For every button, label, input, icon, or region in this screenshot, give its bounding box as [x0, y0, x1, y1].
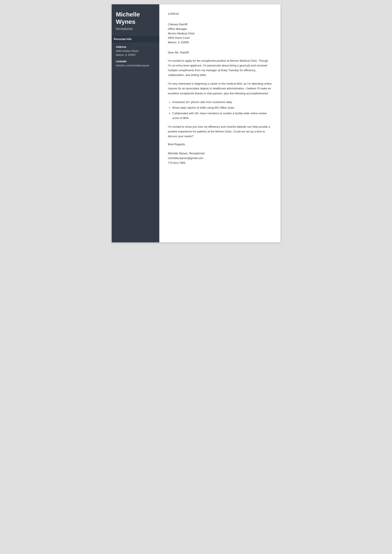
recipient-block: Chelsey Ratcliff Office Manager Morton M…	[168, 22, 272, 45]
main-content: 12/09/19 Chelsey Ratcliff Office Manager…	[159, 4, 280, 242]
applicant-name: Michelle Wynes	[116, 11, 155, 25]
signature-email: michellezwynes@gmail.com	[168, 156, 272, 160]
recipient-address: 2804 Davis Court	[168, 36, 272, 40]
recipient-name: Chelsey Ratcliff	[168, 22, 272, 27]
signature-phone: 773-914-7965	[168, 160, 272, 165]
address-label: Address	[116, 45, 155, 48]
linkedin-label: LinkedIn	[116, 60, 155, 63]
closing: Best Regards,	[168, 143, 272, 146]
bullet-item-3: Collaborated with 30+ team members to su…	[172, 111, 272, 121]
sidebar: Michelle Wynes Receptionist Personal Inf…	[112, 4, 159, 242]
salutation: Dear Ms. Ratcliff,	[168, 51, 272, 54]
paragraph-2: I'm very interested in beginning a caree…	[168, 81, 272, 96]
address-value: 4884 Holden Street Marion, IL 62959	[116, 49, 155, 57]
applicant-title: Receptionist	[116, 27, 155, 30]
recipient-job-title: Office Manager	[168, 27, 272, 31]
signature-block: Michelle Wynes, Receptionist michellezwy…	[168, 151, 272, 165]
cover-letter-document: Michelle Wynes Receptionist Personal Inf…	[112, 4, 280, 242]
recipient-city: Marion, IL 62959	[168, 40, 272, 45]
personal-info-header: Personal Info	[112, 36, 159, 42]
signature-name: Michelle Wynes, Receptionist	[168, 151, 272, 156]
bullet-item-2: Wrote daily reports of shifts using MS O…	[172, 105, 272, 110]
letter-body: I'm excited to apply for the receptionis…	[168, 58, 272, 139]
recipient-company: Morton Medical Clinic	[168, 31, 272, 36]
paragraph-1: I'm excited to apply for the receptionis…	[168, 58, 272, 77]
letter-date: 12/09/19	[168, 12, 272, 15]
accomplishments-list: Answered 10+ phone calls from customers …	[172, 100, 272, 121]
paragraph-3: I'm excited to show you how my efficienc…	[168, 125, 272, 139]
linkedin-value: linkedin.com/michellezwynes	[116, 64, 155, 68]
bullet-item-1: Answered 10+ phone calls from customers …	[172, 100, 272, 104]
